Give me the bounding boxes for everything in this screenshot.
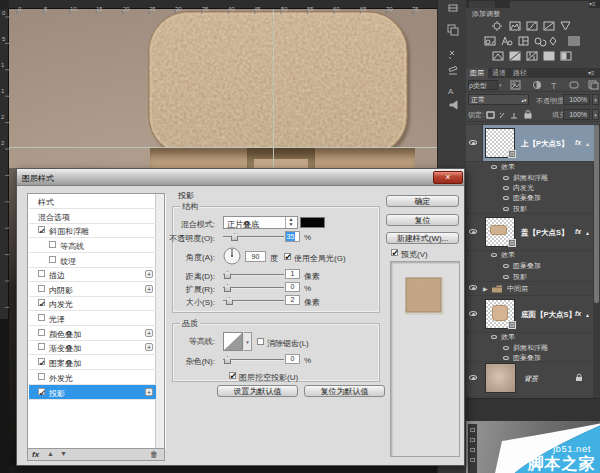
- svg-text:25: 25: [149, 6, 156, 12]
- svg-text:0: 0: [18, 6, 22, 12]
- svg-text:15: 15: [96, 6, 103, 12]
- svg-text:A: A: [448, 87, 454, 96]
- svg-text:1: 1: [1, 62, 5, 68]
- svg-text:jb51.net: jb51.net: [552, 443, 591, 454]
- svg-text:55: 55: [307, 6, 314, 12]
- svg-text:5: 5: [44, 6, 48, 12]
- svg-text:50: 50: [281, 6, 288, 12]
- svg-text:70: 70: [386, 6, 393, 12]
- svg-text:脚本之家: 脚本之家: [527, 454, 596, 472]
- svg-text:2: 2: [1, 114, 5, 120]
- svg-text:1: 1: [1, 88, 5, 94]
- svg-text:30: 30: [175, 6, 182, 12]
- svg-text:0: 0: [2, 10, 6, 16]
- svg-text:10: 10: [70, 6, 77, 12]
- svg-text:35: 35: [202, 6, 209, 12]
- svg-text:40: 40: [228, 6, 235, 12]
- svg-text:65: 65: [360, 6, 367, 12]
- svg-text:T: T: [551, 81, 557, 91]
- svg-text:5: 5: [2, 36, 6, 42]
- svg-text:45: 45: [254, 6, 261, 12]
- svg-text:2: 2: [1, 140, 5, 146]
- svg-text:20: 20: [123, 6, 130, 12]
